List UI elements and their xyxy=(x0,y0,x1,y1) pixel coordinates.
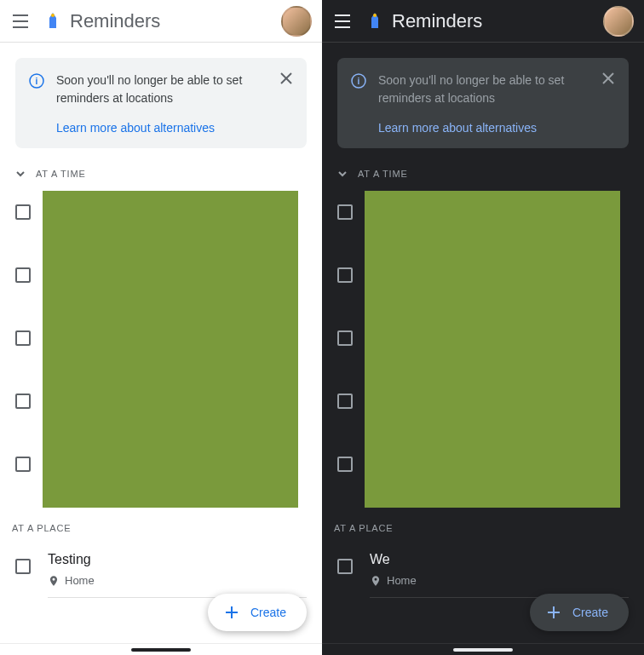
info-banner: i Soon you'll no longer be able to set r… xyxy=(337,58,629,148)
reminder-item[interactable] xyxy=(337,443,644,506)
home-indicator xyxy=(131,648,191,652)
app-logo-icon xyxy=(365,11,385,32)
reminder-title: Testing xyxy=(48,552,307,567)
plus-icon xyxy=(221,602,242,623)
reminder-item[interactable] xyxy=(15,254,322,317)
svg-point-7 xyxy=(373,14,377,17)
info-banner: i Soon you'll no longer be able to set r… xyxy=(15,58,307,148)
section-label-time: AT A TIME xyxy=(358,169,408,179)
location-text: Home xyxy=(65,574,95,587)
reminder-item[interactable] xyxy=(15,191,322,254)
reminder-location: Home xyxy=(48,574,307,587)
reminder-checkbox[interactable] xyxy=(337,457,353,472)
chevron-down-icon xyxy=(334,165,351,182)
bottom-nav xyxy=(322,643,644,655)
reminder-checkbox[interactable] xyxy=(15,267,31,283)
plus-icon xyxy=(543,602,564,623)
reminder-checkbox[interactable] xyxy=(337,267,353,283)
app-panel-light: Reminders i Soon you'll no longer be abl… xyxy=(0,0,322,655)
section-header-time[interactable]: AT A TIME xyxy=(0,148,322,191)
bottom-nav xyxy=(0,643,322,655)
reminder-item[interactable] xyxy=(15,317,322,380)
chevron-down-icon xyxy=(12,165,29,182)
banner-message: Soon you'll no longer be able to set rem… xyxy=(56,72,293,107)
section-header-time[interactable]: AT A TIME xyxy=(322,148,644,191)
section-label-time: AT A TIME xyxy=(36,169,86,179)
reminder-item[interactable] xyxy=(15,443,322,506)
svg-text:i: i xyxy=(358,77,360,86)
time-items-container xyxy=(0,191,322,506)
app-title: Reminders xyxy=(392,10,482,32)
svg-point-0 xyxy=(51,14,55,17)
reminder-checkbox[interactable] xyxy=(15,559,31,574)
create-label: Create xyxy=(250,606,286,619)
create-button[interactable]: Create xyxy=(530,594,629,631)
avatar[interactable] xyxy=(603,6,634,37)
reminder-checkbox[interactable] xyxy=(15,204,31,220)
info-icon: i xyxy=(29,73,44,92)
info-icon: i xyxy=(351,73,366,92)
time-items-container xyxy=(322,191,644,506)
svg-text:i: i xyxy=(36,77,38,86)
learn-more-link[interactable]: Learn more about alternatives xyxy=(56,121,293,135)
reminder-title: We xyxy=(370,552,629,567)
header: Reminders xyxy=(0,0,322,43)
app-title: Reminders xyxy=(70,10,160,32)
avatar[interactable] xyxy=(281,6,312,37)
reminder-checkbox[interactable] xyxy=(15,330,31,346)
create-label: Create xyxy=(572,606,608,619)
reminder-location: Home xyxy=(370,574,629,587)
pin-icon xyxy=(48,575,60,587)
reminder-checkbox[interactable] xyxy=(337,559,353,574)
app-panel-dark: Reminders i Soon you'll no longer be abl… xyxy=(322,0,644,655)
reminder-checkbox[interactable] xyxy=(15,457,31,472)
close-icon[interactable] xyxy=(278,70,295,87)
reminder-item[interactable] xyxy=(337,380,644,443)
reminder-checkbox[interactable] xyxy=(337,394,353,409)
banner-message: Soon you'll no longer be able to set rem… xyxy=(378,72,615,107)
reminder-item[interactable] xyxy=(15,380,322,443)
reminder-item[interactable] xyxy=(337,254,644,317)
location-text: Home xyxy=(387,574,417,587)
menu-icon[interactable] xyxy=(10,11,31,32)
create-button[interactable]: Create xyxy=(208,594,307,631)
reminder-checkbox[interactable] xyxy=(337,330,353,346)
reminder-checkbox[interactable] xyxy=(15,394,31,409)
home-indicator xyxy=(453,648,513,652)
reminder-item[interactable] xyxy=(337,317,644,380)
app-logo-icon xyxy=(43,11,63,32)
header: Reminders xyxy=(322,0,644,43)
learn-more-link[interactable]: Learn more about alternatives xyxy=(378,121,615,135)
close-icon[interactable] xyxy=(600,70,617,87)
section-label-place: AT A PLACE xyxy=(322,506,644,542)
reminder-checkbox[interactable] xyxy=(337,204,353,220)
menu-icon[interactable] xyxy=(332,11,353,32)
reminder-item[interactable] xyxy=(337,191,644,254)
pin-icon xyxy=(370,575,382,587)
section-label-place: AT A PLACE xyxy=(0,506,322,542)
